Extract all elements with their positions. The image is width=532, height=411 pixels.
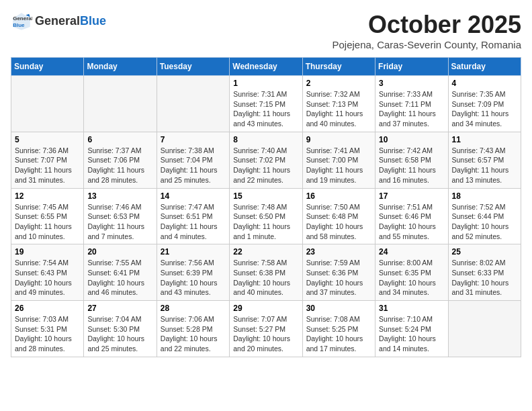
calendar-cell: 10Sunrise: 7:42 AM Sunset: 6:58 PM Dayli… <box>375 132 448 188</box>
weekday-header-monday: Monday <box>84 58 157 76</box>
weekday-header-thursday: Thursday <box>302 58 375 76</box>
calendar-cell: 28Sunrise: 7:06 AM Sunset: 5:28 PM Dayli… <box>157 301 229 357</box>
weekday-header-tuesday: Tuesday <box>157 58 229 76</box>
day-number: 19 <box>15 247 80 257</box>
day-info: Sunrise: 8:02 AM Sunset: 6:33 PM Dayligh… <box>452 258 517 298</box>
day-info: Sunrise: 7:35 AM Sunset: 7:09 PM Dayligh… <box>452 89 517 129</box>
calendar-cell: 24Sunrise: 8:00 AM Sunset: 6:35 PM Dayli… <box>375 244 448 301</box>
day-number: 1 <box>233 79 298 88</box>
calendar-cell: 11Sunrise: 7:43 AM Sunset: 6:57 PM Dayli… <box>448 132 521 188</box>
calendar-cell: 7Sunrise: 7:38 AM Sunset: 7:04 PM Daylig… <box>157 132 229 188</box>
day-info: Sunrise: 7:03 AM Sunset: 5:31 PM Dayligh… <box>15 314 80 354</box>
calendar-cell: 27Sunrise: 7:04 AM Sunset: 5:30 PM Dayli… <box>84 301 157 357</box>
weekday-header-sunday: Sunday <box>11 58 84 76</box>
day-info: Sunrise: 7:46 AM Sunset: 6:53 PM Dayligh… <box>87 202 152 242</box>
day-number: 18 <box>452 191 517 201</box>
calendar-cell: 19Sunrise: 7:54 AM Sunset: 6:43 PM Dayli… <box>11 244 84 301</box>
calendar-cell <box>84 76 157 132</box>
calendar-cell: 12Sunrise: 7:45 AM Sunset: 6:55 PM Dayli… <box>11 188 84 244</box>
day-info: Sunrise: 7:51 AM Sunset: 6:46 PM Dayligh… <box>379 202 444 242</box>
calendar-table: SundayMondayTuesdayWednesdayThursdayFrid… <box>11 57 521 357</box>
day-info: Sunrise: 7:54 AM Sunset: 6:43 PM Dayligh… <box>15 258 80 298</box>
day-number: 26 <box>15 304 80 313</box>
weekday-header-saturday: Saturday <box>448 58 521 76</box>
day-info: Sunrise: 7:38 AM Sunset: 7:04 PM Dayligh… <box>161 146 226 185</box>
day-info: Sunrise: 7:37 AM Sunset: 7:06 PM Dayligh… <box>87 146 152 185</box>
page-header: General Blue GeneralBlue October 2025 Po… <box>11 11 521 50</box>
day-info: Sunrise: 7:08 AM Sunset: 5:25 PM Dayligh… <box>306 314 371 354</box>
calendar-cell: 26Sunrise: 7:03 AM Sunset: 5:31 PM Dayli… <box>11 301 84 357</box>
day-number: 16 <box>306 191 371 201</box>
day-info: Sunrise: 7:50 AM Sunset: 6:48 PM Dayligh… <box>306 202 371 242</box>
day-number: 28 <box>161 304 226 313</box>
day-info: Sunrise: 7:52 AM Sunset: 6:44 PM Dayligh… <box>452 202 517 242</box>
calendar-week-row: 1Sunrise: 7:31 AM Sunset: 7:15 PM Daylig… <box>11 76 521 132</box>
day-info: Sunrise: 7:07 AM Sunset: 5:27 PM Dayligh… <box>233 314 298 354</box>
day-info: Sunrise: 7:56 AM Sunset: 6:39 PM Dayligh… <box>161 258 226 298</box>
day-number: 20 <box>87 247 152 257</box>
day-info: Sunrise: 7:58 AM Sunset: 6:38 PM Dayligh… <box>233 258 298 298</box>
day-info: Sunrise: 7:33 AM Sunset: 7:11 PM Dayligh… <box>379 89 444 129</box>
location-subtitle: Pojejena, Caras-Severin County, Romania <box>332 39 521 50</box>
day-info: Sunrise: 7:31 AM Sunset: 7:15 PM Dayligh… <box>233 89 298 129</box>
day-info: Sunrise: 7:47 AM Sunset: 6:51 PM Dayligh… <box>161 202 226 242</box>
logo-icon: General Blue <box>11 11 32 32</box>
day-number: 23 <box>306 247 371 257</box>
day-info: Sunrise: 7:41 AM Sunset: 7:00 PM Dayligh… <box>306 146 371 185</box>
day-number: 8 <box>233 135 298 144</box>
day-info: Sunrise: 7:04 AM Sunset: 5:30 PM Dayligh… <box>87 314 152 354</box>
calendar-cell: 18Sunrise: 7:52 AM Sunset: 6:44 PM Dayli… <box>448 188 521 244</box>
day-info: Sunrise: 7:48 AM Sunset: 6:50 PM Dayligh… <box>233 202 298 242</box>
day-info: Sunrise: 7:59 AM Sunset: 6:36 PM Dayligh… <box>306 258 371 298</box>
day-number: 5 <box>15 135 80 144</box>
day-number: 22 <box>233 247 298 257</box>
calendar-cell: 3Sunrise: 7:33 AM Sunset: 7:11 PM Daylig… <box>375 76 448 132</box>
day-number: 2 <box>306 79 371 88</box>
day-number: 13 <box>87 191 152 201</box>
day-number: 4 <box>452 79 517 88</box>
day-number: 10 <box>379 135 444 144</box>
calendar-cell: 4Sunrise: 7:35 AM Sunset: 7:09 PM Daylig… <box>448 76 521 132</box>
calendar-cell: 22Sunrise: 7:58 AM Sunset: 6:38 PM Dayli… <box>230 244 302 301</box>
day-number: 27 <box>87 304 152 313</box>
calendar-cell: 23Sunrise: 7:59 AM Sunset: 6:36 PM Dayli… <box>302 244 375 301</box>
logo: General Blue GeneralBlue <box>11 11 106 32</box>
calendar-cell: 15Sunrise: 7:48 AM Sunset: 6:50 PM Dayli… <box>230 188 302 244</box>
calendar-cell: 6Sunrise: 7:37 AM Sunset: 7:06 PM Daylig… <box>84 132 157 188</box>
calendar-week-row: 12Sunrise: 7:45 AM Sunset: 6:55 PM Dayli… <box>11 188 521 244</box>
calendar-cell: 2Sunrise: 7:32 AM Sunset: 7:13 PM Daylig… <box>302 76 375 132</box>
day-number: 15 <box>233 191 298 201</box>
day-info: Sunrise: 7:10 AM Sunset: 5:24 PM Dayligh… <box>379 314 444 354</box>
day-number: 17 <box>379 191 444 201</box>
day-info: Sunrise: 7:32 AM Sunset: 7:13 PM Dayligh… <box>306 89 371 129</box>
day-number: 25 <box>452 247 517 257</box>
day-info: Sunrise: 8:00 AM Sunset: 6:35 PM Dayligh… <box>379 258 444 298</box>
calendar-cell <box>11 76 84 132</box>
calendar-cell <box>448 301 521 357</box>
calendar-cell: 29Sunrise: 7:07 AM Sunset: 5:27 PM Dayli… <box>230 301 302 357</box>
calendar-cell: 8Sunrise: 7:40 AM Sunset: 7:02 PM Daylig… <box>230 132 302 188</box>
calendar-week-row: 19Sunrise: 7:54 AM Sunset: 6:43 PM Dayli… <box>11 244 521 301</box>
calendar-cell: 25Sunrise: 8:02 AM Sunset: 6:33 PM Dayli… <box>448 244 521 301</box>
logo-blue-text: Blue <box>80 15 106 28</box>
calendar-cell: 17Sunrise: 7:51 AM Sunset: 6:46 PM Dayli… <box>375 188 448 244</box>
calendar-cell: 1Sunrise: 7:31 AM Sunset: 7:15 PM Daylig… <box>230 76 302 132</box>
calendar-cell: 14Sunrise: 7:47 AM Sunset: 6:51 PM Dayli… <box>157 188 229 244</box>
day-number: 12 <box>15 191 80 201</box>
title-block: October 2025 Pojejena, Caras-Severin Cou… <box>332 11 521 50</box>
weekday-header-wednesday: Wednesday <box>230 58 302 76</box>
calendar-cell: 9Sunrise: 7:41 AM Sunset: 7:00 PM Daylig… <box>302 132 375 188</box>
day-number: 14 <box>161 191 226 201</box>
day-number: 9 <box>306 135 371 144</box>
calendar-week-row: 5Sunrise: 7:36 AM Sunset: 7:07 PM Daylig… <box>11 132 521 188</box>
day-number: 29 <box>233 304 298 313</box>
weekday-header-row: SundayMondayTuesdayWednesdayThursdayFrid… <box>11 58 521 76</box>
day-number: 30 <box>306 304 371 313</box>
day-number: 11 <box>452 135 517 144</box>
day-number: 21 <box>161 247 226 257</box>
calendar-cell: 13Sunrise: 7:46 AM Sunset: 6:53 PM Dayli… <box>84 188 157 244</box>
day-info: Sunrise: 7:42 AM Sunset: 6:58 PM Dayligh… <box>379 146 444 185</box>
day-number: 7 <box>161 135 226 144</box>
day-number: 31 <box>379 304 444 313</box>
day-info: Sunrise: 7:55 AM Sunset: 6:41 PM Dayligh… <box>87 258 152 298</box>
